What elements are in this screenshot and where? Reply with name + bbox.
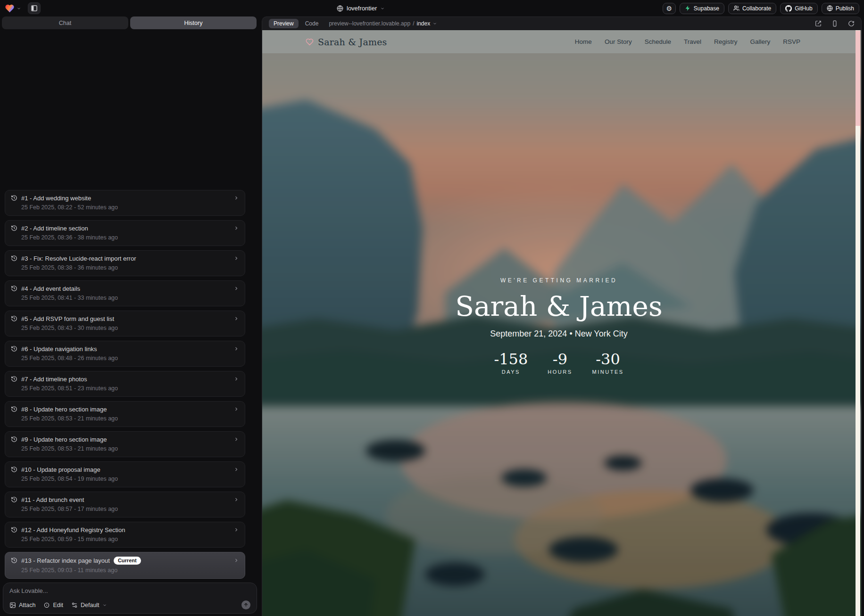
history-icon (11, 406, 17, 412)
history-item-title: #9 - Update hero section image (21, 436, 107, 443)
arrow-up-icon (243, 602, 249, 608)
history-icon (11, 285, 17, 292)
chevron-right-icon[interactable] (233, 255, 239, 261)
settings-button[interactable]: ⚙ (663, 3, 676, 14)
history-icon (11, 436, 17, 443)
sidebar-toggle-button[interactable] (28, 2, 41, 14)
preview-url-selector[interactable]: preview--lovefrontier.lovable.app / inde… (329, 20, 437, 27)
history-item-time: 25 Feb 2025, 08:41 - 33 minutes ago (21, 295, 239, 301)
history-item-time: 25 Feb 2025, 08:48 - 26 minutes ago (21, 355, 239, 361)
chevron-right-icon[interactable] (233, 467, 239, 472)
history-icon (11, 466, 17, 473)
chevron-right-icon[interactable] (233, 286, 239, 291)
history-item[interactable]: #2 - Add timeline section 25 Feb 2025, 0… (5, 220, 245, 246)
chevron-right-icon[interactable] (233, 346, 239, 352)
sidebar-tabs: Chat History (0, 16, 258, 29)
history-item[interactable]: #4 - Add event details 25 Feb 2025, 08:4… (5, 280, 245, 306)
history-item[interactable]: #1 - Add wedding website 25 Feb 2025, 08… (5, 190, 245, 216)
chevron-right-icon[interactable] (233, 527, 239, 533)
topbar-actions: ⚙ Supabase Collaborate GitHub Publish (663, 3, 859, 14)
open-external-button[interactable] (815, 20, 822, 27)
github-button[interactable]: GitHub (780, 3, 817, 14)
mobile-view-button[interactable] (831, 20, 838, 27)
globe-icon (827, 5, 833, 11)
sliders-icon (71, 602, 78, 608)
edit-button[interactable]: Edit (43, 602, 63, 608)
project-selector[interactable]: lovefrontier (337, 0, 385, 16)
main-layout: Chat History #1 - Add wedding website 25… (0, 16, 864, 616)
history-item-title: #1 - Add wedding website (21, 195, 91, 202)
chevron-right-icon[interactable] (233, 195, 239, 201)
history-icon (11, 496, 17, 503)
history-item[interactable]: #5 - Add RSVP form and guest list 25 Feb… (5, 311, 245, 337)
chevron-right-icon[interactable] (233, 497, 239, 502)
history-icon (11, 376, 17, 382)
history-item-time: 25 Feb 2025, 08:53 - 21 minutes ago (21, 445, 239, 452)
history-item-title: #2 - Add timeline section (21, 225, 88, 232)
history-item-time: 25 Feb 2025, 08:59 - 15 minutes ago (21, 536, 239, 542)
mode-select[interactable]: Default (71, 602, 107, 608)
tab-code[interactable]: Code (305, 20, 319, 27)
history-icon (11, 195, 17, 201)
gear-icon: ⚙ (666, 5, 673, 12)
publish-button[interactable]: Publish (822, 3, 859, 14)
countdown-label: HOURS (548, 369, 572, 375)
history-item-time: 25 Feb 2025, 09:03 - 11 minutes ago (21, 567, 239, 574)
countdown-label: DAYS (494, 369, 528, 375)
history-icon (11, 345, 17, 352)
hero-section: WE'RE GETTING MARRIED Sarah & James Sept… (262, 30, 856, 375)
users-icon (733, 5, 739, 11)
history-item-title: #11 - Add brunch event (21, 496, 84, 503)
history-item[interactable]: #9 - Update hero section image 25 Feb 20… (5, 431, 245, 457)
tab-chat[interactable]: Chat (2, 16, 128, 29)
history-item-title: #8 - Update hero section image (21, 406, 107, 413)
lovable-heart-icon (5, 4, 15, 13)
globe-icon (337, 5, 343, 12)
history-item[interactable]: #7 - Add timeline photos 25 Feb 2025, 08… (5, 371, 245, 397)
chevron-right-icon[interactable] (233, 225, 239, 231)
chevron-right-icon[interactable] (233, 406, 239, 412)
ask-lovable-input[interactable] (9, 587, 250, 595)
history-item-title: #3 - Fix: Resolve Lucide-react import er… (21, 255, 136, 262)
collaborate-button[interactable]: Collaborate (728, 3, 776, 14)
chevron-down-icon (102, 603, 107, 608)
history-item[interactable]: #12 - Add Honeyfund Registry Section 25 … (5, 522, 245, 548)
history-icon (11, 526, 17, 533)
countdown: -158 DAYS -9 HOURS -30 MINUTES (262, 352, 856, 375)
attach-button[interactable]: Attach (9, 602, 35, 608)
history-item[interactable]: #10 - Update proposal image 25 Feb 2025,… (5, 461, 245, 487)
history-item-time: 25 Feb 2025, 08:57 - 17 minutes ago (21, 506, 239, 512)
tab-preview[interactable]: Preview (269, 19, 299, 28)
supabase-button[interactable]: Supabase (680, 3, 724, 14)
history-item[interactable]: #13 - Refactor index page layout Current… (5, 552, 245, 579)
history-item[interactable]: #8 - Update hero section image 25 Feb 20… (5, 401, 245, 427)
preview-toolbar: Preview Code preview--lovefrontier.lovab… (262, 17, 861, 30)
history-item[interactable]: #11 - Add brunch event 25 Feb 2025, 08:5… (5, 492, 245, 517)
chevron-down-icon (17, 6, 21, 11)
history-item-time: 25 Feb 2025, 08:54 - 19 minutes ago (21, 476, 239, 482)
countdown-value: -158 (494, 352, 528, 367)
history-item[interactable]: #3 - Fix: Resolve Lucide-react import er… (5, 250, 245, 276)
history-icon (11, 225, 17, 231)
chevron-down-icon (432, 21, 437, 26)
history-icon (11, 255, 17, 262)
history-icon (11, 315, 17, 322)
chevron-right-icon[interactable] (233, 436, 239, 442)
send-button[interactable] (241, 600, 250, 609)
history-item-time: 25 Feb 2025, 08:43 - 30 minutes ago (21, 325, 239, 331)
history-item-time: 25 Feb 2025, 08:53 - 21 minutes ago (21, 415, 239, 422)
tab-history[interactable]: History (130, 16, 257, 29)
preview-pane: Preview Code preview--lovefrontier.lovab… (262, 16, 862, 616)
lovable-logo-menu[interactable] (5, 4, 21, 13)
hero-eyebrow: WE'RE GETTING MARRIED (262, 277, 856, 284)
refresh-button[interactable] (848, 20, 855, 27)
chevron-right-icon[interactable] (233, 316, 239, 321)
preview-url-host: preview--lovefrontier.lovable.app (329, 20, 410, 27)
history-item[interactable]: #6 - Update navigation links 25 Feb 2025… (5, 341, 245, 367)
chevron-right-icon[interactable] (233, 558, 239, 563)
countdown-label: MINUTES (592, 369, 624, 375)
countdown-item: -158 DAYS (494, 352, 528, 375)
chevron-right-icon[interactable] (233, 376, 239, 382)
history-item-time: 25 Feb 2025, 08:36 - 38 minutes ago (21, 234, 239, 241)
preview-scrollbar-thumb[interactable] (856, 31, 860, 126)
